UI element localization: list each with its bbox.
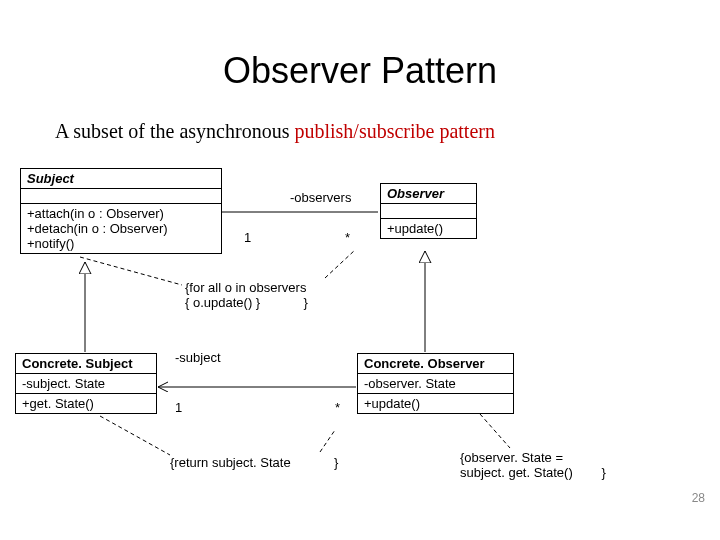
class-concrete-subject: Concrete. Subject -subject. State +get. …: [15, 353, 157, 414]
class-observer-ops: +update(): [381, 219, 476, 238]
class-concrete-subject-attrs: -subject. State: [16, 374, 156, 394]
class-observer: Observer +update(): [380, 183, 477, 239]
page-number: 28: [692, 491, 705, 505]
assoc-subject-mult-right: *: [335, 400, 340, 415]
svg-line-6: [100, 416, 170, 455]
note-getstate: {return subject. State }: [170, 455, 338, 470]
svg-line-5: [325, 250, 355, 278]
page-subtitle: A subset of the asynchronous publish/sub…: [55, 120, 495, 143]
class-concrete-observer-ops: +update(): [358, 394, 513, 413]
note-notify: {for all o in observers { o.update() } }: [185, 280, 308, 310]
class-observer-name: Observer: [381, 184, 476, 204]
page-title: Observer Pattern: [0, 50, 720, 92]
class-concrete-observer-attrs: -observer. State: [358, 374, 513, 394]
class-concrete-subject-name: Concrete. Subject: [16, 354, 156, 374]
class-subject-ops: +attach(in o : Observer) +detach(in o : …: [21, 204, 221, 253]
class-concrete-observer-name: Concrete. Observer: [358, 354, 513, 374]
class-concrete-subject-ops: +get. State(): [16, 394, 156, 413]
assoc-subject-mult-left: 1: [175, 400, 182, 415]
svg-line-8: [480, 414, 510, 448]
assoc-observers-mult-left: 1: [244, 230, 251, 245]
class-observer-attrs: [381, 204, 476, 219]
class-subject-name: Subject: [21, 169, 221, 189]
subtitle-prefix: A subset of the asynchronous: [55, 120, 294, 142]
svg-line-7: [320, 430, 335, 452]
assoc-observers-mult-right: *: [345, 230, 350, 245]
class-concrete-observer: Concrete. Observer -observer. State +upd…: [357, 353, 514, 414]
subtitle-emphasis: publish/subscribe pattern: [294, 120, 495, 142]
note-update: {observer. State = subject. get. State()…: [460, 450, 606, 480]
class-subject: Subject +attach(in o : Observer) +detach…: [20, 168, 222, 254]
svg-line-4: [80, 257, 182, 285]
assoc-subject-label: -subject: [175, 350, 221, 365]
assoc-observers-label: -observers: [290, 190, 351, 205]
class-subject-attrs: [21, 189, 221, 204]
